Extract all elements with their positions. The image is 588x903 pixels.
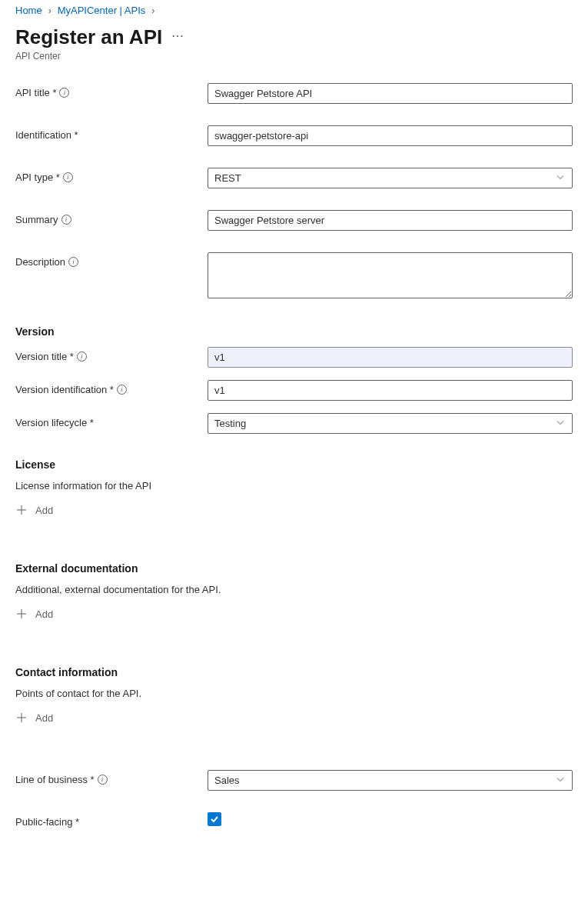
summary-input[interactable] bbox=[208, 210, 573, 231]
license-heading: License bbox=[15, 458, 573, 471]
description-label: Description bbox=[15, 256, 65, 268]
chevron-right-icon: › bbox=[151, 5, 154, 16]
page-subtitle: API Center bbox=[15, 51, 573, 62]
version-lifecycle-select[interactable] bbox=[208, 413, 573, 434]
api-type-select[interactable] bbox=[208, 168, 573, 188]
page-title: Register an API bbox=[15, 25, 162, 49]
version-id-label: Version identification * bbox=[15, 384, 114, 395]
lob-select[interactable] bbox=[208, 770, 573, 791]
info-icon[interactable]: i bbox=[68, 257, 78, 267]
api-type-label: API type * bbox=[15, 172, 60, 183]
contact-add-button[interactable]: Add bbox=[15, 710, 53, 725]
more-actions-button[interactable]: ⋯ bbox=[171, 28, 184, 46]
plus-icon bbox=[15, 504, 28, 516]
add-label: Add bbox=[35, 712, 53, 724]
lob-label: Line of business * bbox=[15, 774, 95, 785]
summary-label: Summary bbox=[15, 214, 58, 225]
external-add-button[interactable]: Add bbox=[15, 606, 53, 621]
breadcrumb: Home › MyAPICenter | APIs › bbox=[15, 0, 573, 22]
plus-icon bbox=[15, 711, 28, 724]
license-desc: License information for the API bbox=[15, 480, 573, 491]
version-title-label: Version title * bbox=[15, 351, 74, 362]
external-desc: Additional, external documentation for t… bbox=[15, 584, 573, 595]
license-add-button[interactable]: Add bbox=[15, 502, 53, 518]
description-textarea[interactable] bbox=[208, 252, 573, 298]
public-facing-checkbox[interactable] bbox=[208, 812, 221, 826]
contact-desc: Points of contact for the API. bbox=[15, 688, 573, 699]
version-heading: Version bbox=[15, 325, 573, 338]
api-title-label: API title * bbox=[15, 87, 56, 98]
info-icon[interactable]: i bbox=[117, 385, 127, 395]
info-icon[interactable]: i bbox=[63, 172, 73, 182]
external-heading: External documentation bbox=[15, 562, 573, 575]
add-label: Add bbox=[35, 505, 53, 516]
info-icon[interactable]: i bbox=[59, 88, 69, 98]
plus-icon bbox=[15, 608, 28, 620]
chevron-right-icon: › bbox=[48, 5, 51, 16]
version-id-input[interactable] bbox=[208, 380, 573, 401]
info-icon[interactable]: i bbox=[61, 215, 71, 225]
public-facing-label: Public-facing * bbox=[15, 816, 79, 828]
info-icon[interactable]: i bbox=[77, 352, 87, 362]
add-label: Add bbox=[35, 608, 53, 620]
api-title-input[interactable] bbox=[208, 83, 573, 104]
info-icon[interactable]: i bbox=[98, 775, 108, 785]
identification-label: Identification * bbox=[15, 129, 78, 141]
check-icon bbox=[210, 815, 219, 824]
identification-input[interactable] bbox=[208, 125, 573, 146]
version-title-input[interactable] bbox=[208, 347, 573, 368]
contact-heading: Contact information bbox=[15, 666, 573, 678]
breadcrumb-home[interactable]: Home bbox=[15, 5, 42, 16]
breadcrumb-center[interactable]: MyAPICenter | APIs bbox=[58, 5, 146, 16]
version-lifecycle-label: Version lifecycle * bbox=[15, 417, 94, 428]
